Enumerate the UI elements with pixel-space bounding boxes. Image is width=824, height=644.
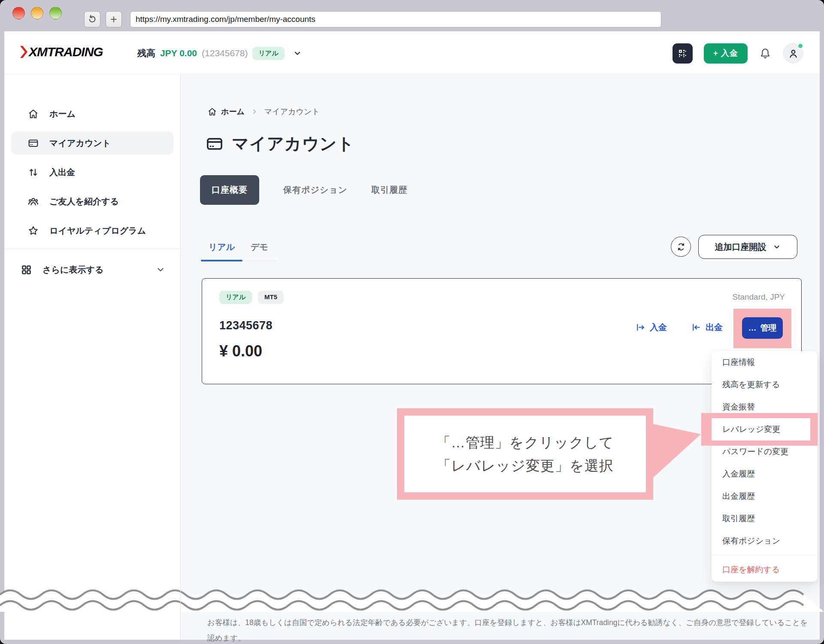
sidebar-item-label: ロイヤルティプログラム — [49, 225, 146, 237]
withdraw-link[interactable]: 出金 — [691, 322, 723, 333]
user-avatar[interactable] — [783, 43, 803, 64]
breadcrumb: ホーム マイアカウント — [207, 106, 320, 117]
breadcrumb-home-label: ホーム — [221, 106, 245, 117]
window-zoom-button[interactable] — [49, 7, 62, 19]
chevron-down-icon — [155, 264, 166, 275]
menu-item-fund-transfer[interactable]: 資金振替 — [712, 396, 818, 418]
user-person-icon — [788, 48, 799, 59]
menu-item-trade-history[interactable]: 取引履歴 — [712, 507, 818, 530]
menu-item-withdrawal-history[interactable]: 出金履歴 — [712, 485, 818, 507]
qr-code-button[interactable] — [673, 43, 693, 64]
url-text: https://my.xmtrading.com/jp/member/my-ac… — [136, 15, 315, 24]
subtab-real[interactable]: リアル — [201, 237, 242, 259]
deposit-link-label: 入金 — [650, 322, 667, 333]
sidebar-item-my-account[interactable]: マイアカウント — [11, 131, 173, 155]
sidebar-item-loyalty-program[interactable]: ロイヤルティプログラム — [11, 219, 173, 242]
browser-window: + https://my.xmtrading.com/jp/member/my-… — [0, 0, 824, 644]
tab-trade-history[interactable]: 取引履歴 — [371, 184, 407, 196]
instruction-callout: 「…管理」をクリックして 「レバレッジ変更」を選択 — [397, 408, 653, 500]
bar-arrow-right-icon — [636, 322, 645, 332]
account-spec: Standard, JPY — [732, 292, 785, 302]
refresh-accounts-button[interactable] — [671, 237, 691, 257]
friends-icon — [27, 196, 39, 207]
home-icon — [207, 107, 217, 117]
tab-account-overview[interactable]: 口座概要 — [200, 175, 259, 205]
footer-disclaimer: お客様は、18歳もしくは自国で定められる法定年齢である必要がございます。口座を登… — [207, 615, 808, 644]
subtab-active-indicator — [201, 260, 242, 261]
balance-label: 残高 — [137, 47, 155, 59]
window-close-button[interactable] — [12, 7, 25, 19]
account-type-badge: リアル — [252, 47, 284, 60]
menu-item-deposit-history[interactable]: 入金履歴 — [712, 463, 818, 485]
header-deposit-button[interactable]: + 入金 — [704, 43, 748, 64]
page-title-text: マイアカウント — [232, 132, 354, 155]
grid-icon — [21, 264, 32, 276]
card-icon — [27, 137, 39, 149]
sidebar-show-more[interactable]: さらに表示する — [4, 258, 180, 281]
bar-arrow-left-icon — [691, 322, 701, 332]
tab-open-positions[interactable]: 保有ポジション — [283, 184, 347, 196]
sidebar-divider — [180, 74, 181, 640]
deposit-withdraw-arrows-icon — [27, 167, 39, 178]
online-status-dot — [797, 43, 803, 49]
header-deposit-label: + 入金 — [713, 48, 738, 59]
menu-item-update-balance[interactable]: 残高を更新する — [712, 374, 818, 396]
sidebar-item-home[interactable]: ホーム — [11, 102, 173, 125]
manage-dropdown-menu: 口座情報 残高を更新する 資金振替 レバレッジ変更 パスワードの変更 入金履歴 … — [712, 351, 818, 582]
new-tab-button[interactable]: + — [106, 11, 122, 27]
withdraw-link-label: 出金 — [706, 322, 723, 333]
header-divider — [4, 74, 820, 74]
balance-chevron-down-icon[interactable] — [293, 49, 302, 58]
open-additional-account-button[interactable]: 追加口座開設 — [698, 235, 797, 259]
sidebar-item-label: 入出金 — [49, 167, 75, 178]
sidebar-item-refer-friends[interactable]: ご友人を紹介する — [11, 190, 173, 213]
notifications-bell-icon[interactable] — [759, 47, 772, 60]
breadcrumb-home-link[interactable]: ホーム — [207, 106, 245, 117]
ellipsis-icon: … — [748, 323, 757, 333]
account-balance: ¥ 0.00 — [219, 342, 262, 360]
subtab-demo[interactable]: デモ — [242, 237, 276, 259]
balance-value: JPY 0.00 — [160, 48, 197, 58]
menu-item-account-info[interactable]: 口座情報 — [712, 351, 818, 374]
menu-item-change-password[interactable]: パスワードの変更 — [712, 440, 818, 463]
account-platform-badge: MT5 — [258, 291, 284, 304]
page-title: マイアカウント — [205, 132, 354, 155]
menu-item-close-account[interactable]: 口座を解約する — [712, 558, 818, 582]
sidebar-item-funds[interactable]: 入出金 — [11, 161, 173, 184]
home-icon — [27, 108, 39, 120]
sidebar-item-label: ホーム — [49, 108, 76, 120]
sidebar-item-label: ご友人を紹介する — [49, 196, 119, 207]
callout-line2: 「レバレッジ変更」を選択 — [436, 454, 614, 477]
page-tear-wave — [0, 582, 824, 612]
sidebar-section-divider — [4, 248, 180, 249]
account-type-subtabs: リアル デモ — [201, 237, 276, 261]
breadcrumb-current: マイアカウント — [264, 106, 320, 117]
callout-line1: 「…管理」をクリックして — [436, 431, 614, 454]
account-id: (12345678) — [202, 48, 248, 58]
reload-button[interactable] — [84, 11, 100, 27]
account-real-badge: リアル — [219, 291, 252, 304]
xmtrading-logo[interactable]: XMTRADING — [19, 45, 103, 59]
account-number: 12345678 — [219, 319, 273, 332]
card-icon — [205, 134, 224, 153]
qr-code-icon — [677, 48, 688, 58]
manage-button[interactable]: … 管理 — [742, 317, 783, 339]
logo-text: XMTRADING — [29, 45, 103, 59]
deposit-link[interactable]: 入金 — [636, 322, 667, 333]
sidebar-item-label: マイアカウント — [49, 137, 111, 149]
url-bar[interactable]: https://my.xmtrading.com/jp/member/my-ac… — [130, 11, 661, 27]
menu-divider — [712, 555, 818, 555]
balance-summary: 残高 JPY 0.00 (12345678) リアル — [137, 43, 302, 64]
menu-item-change-leverage[interactable]: レバレッジ変更 — [712, 418, 810, 440]
sidebar-show-more-label: さらに表示する — [42, 264, 103, 276]
chevron-down-icon — [772, 243, 781, 251]
reload-icon — [87, 14, 97, 24]
menu-item-open-positions[interactable]: 保有ポジション — [712, 530, 818, 552]
breadcrumb-chevron-icon — [251, 108, 258, 115]
window-minimize-button[interactable] — [31, 7, 43, 19]
star-icon — [27, 225, 39, 237]
logo-chevron-icon — [19, 46, 28, 58]
sync-icon — [676, 242, 686, 252]
open-additional-account-label: 追加口座開設 — [715, 241, 766, 253]
manage-button-label: 管理 — [760, 322, 777, 334]
